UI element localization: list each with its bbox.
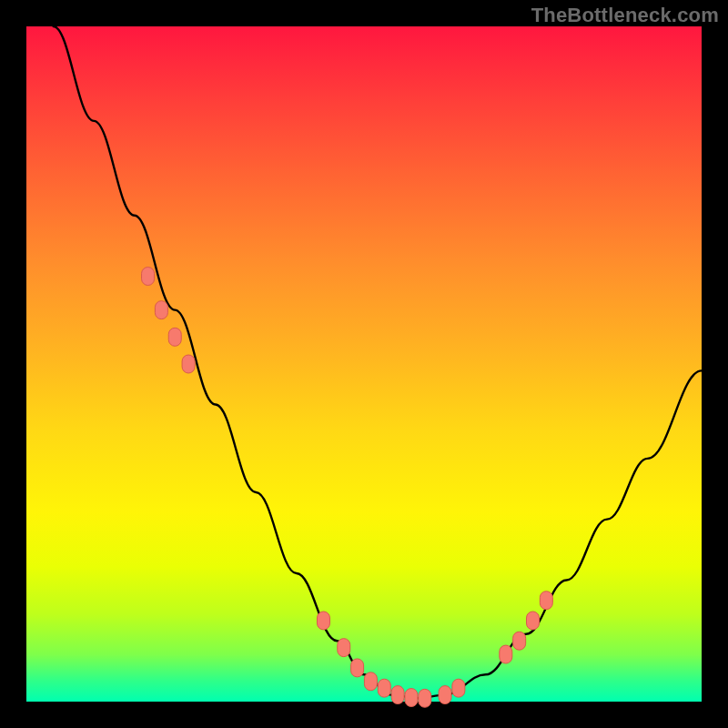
watermark-text: TheBottleneck.com (531, 4, 719, 27)
marker-dot (405, 689, 418, 707)
marker-dot (419, 689, 431, 707)
marker-dot (513, 632, 526, 650)
marker-dot (142, 268, 155, 286)
marker-dot (317, 612, 329, 630)
bottleneck-curve (54, 26, 702, 698)
marker-dot (378, 679, 390, 697)
marker-dot (540, 592, 552, 610)
marker-dot (439, 686, 451, 704)
marker-dot (168, 328, 181, 346)
marker-dot (527, 612, 540, 630)
chart-svg (26, 26, 702, 702)
marker-dot (364, 672, 377, 691)
marker-dot (452, 679, 465, 697)
marker-dot (338, 639, 350, 657)
marker-dot (182, 355, 195, 373)
plot-area (26, 26, 702, 702)
marker-dot (155, 301, 167, 319)
marker-group (142, 268, 553, 708)
marker-dot (391, 686, 404, 704)
marker-dot (500, 645, 512, 663)
marker-dot (351, 659, 364, 677)
outer-frame: TheBottleneck.com (0, 0, 728, 728)
